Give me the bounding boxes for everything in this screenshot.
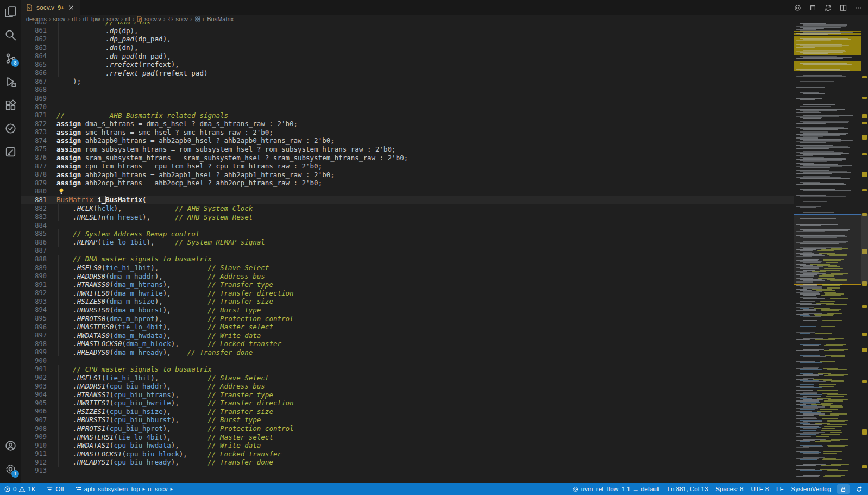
line-number[interactable]: 894 xyxy=(21,306,52,314)
line-number[interactable]: 908 xyxy=(21,425,52,433)
line-number[interactable]: 899 xyxy=(21,348,52,356)
code-line[interactable]: 911 .HMASTLOCKS1(cpu_biu_hlock), // Lock… xyxy=(21,449,794,458)
breadcrumb-item-rtl[interactable]: rtl xyxy=(125,16,130,22)
code-line[interactable]: 908 .HPROTS1(cpu_biu_hprot), // Protecti… xyxy=(21,424,794,433)
breadcrumb-item-socv[interactable]: socv xyxy=(53,16,66,22)
line-number[interactable]: 909 xyxy=(21,433,52,441)
line-number[interactable]: 873 xyxy=(21,128,52,136)
line-number[interactable]: 872 xyxy=(21,120,52,128)
code-line[interactable]: 909 .HMASTERS1(tie_lo_4bit), // Master s… xyxy=(21,433,794,441)
line-number[interactable]: 903 xyxy=(21,383,52,390)
code-line[interactable]: 882 .HCLK(hclk), // AHB System Clock xyxy=(21,204,794,213)
code-line[interactable]: 869 xyxy=(21,94,794,103)
code-line[interactable]: 896 .HMASTERS0(tie_lo_4bit), // Master s… xyxy=(21,323,794,331)
line-number[interactable]: 911 xyxy=(21,450,52,458)
line-number[interactable]: 866 xyxy=(21,69,52,77)
activity-item-search[interactable] xyxy=(0,23,21,47)
code-line[interactable]: 875assign rom_subsystem_htrans = rom_sub… xyxy=(21,145,794,154)
code-line[interactable]: 894 .HBURSTS0(dma_m_hburst), // Burst ty… xyxy=(21,306,794,315)
code-line[interactable]: 895 .HPROTS0(dma_m_hprot), // Protection… xyxy=(21,314,794,323)
code-line[interactable]: 862 .dp_pad(dp_pad), xyxy=(21,35,794,43)
code-line[interactable]: 863 .dn(dn), xyxy=(21,43,794,52)
line-number[interactable]: 906 xyxy=(21,408,52,415)
code-line[interactable]: 879assign ahb2ocp_htrans = ahb2ocp_hsel … xyxy=(21,179,794,187)
code-line[interactable]: 899 .HREADYS0(dma_m_hready), // Transfer… xyxy=(21,348,794,357)
line-number[interactable]: 890 xyxy=(21,272,52,280)
encoding-setting[interactable]: UTF-8 xyxy=(747,483,772,495)
code-line[interactable]: 868 xyxy=(21,86,794,95)
line-number[interactable]: 870 xyxy=(21,103,52,111)
activity-item-accounts[interactable] xyxy=(0,434,21,458)
lightbulb-icon[interactable] xyxy=(58,187,65,195)
activity-item-notebook[interactable] xyxy=(0,140,21,164)
line-number[interactable]: 885 xyxy=(21,230,52,237)
customize-layout-icon[interactable] xyxy=(794,4,802,12)
line-number[interactable]: 871 xyxy=(21,111,52,119)
code-line[interactable]: 905 .HWRITES1(cpu_biu_hwrite), // Transf… xyxy=(21,399,794,408)
line-number[interactable]: 901 xyxy=(21,365,52,373)
code-line[interactable]: 872assign dma_s_htrans = dma_s_hsel ? dm… xyxy=(21,120,794,128)
line-number[interactable]: 880 xyxy=(21,187,52,195)
code-line[interactable]: 885 // System Address Remap control xyxy=(21,229,794,238)
breadcrumb-item-i-busmatrix[interactable]: i_BusMatrix xyxy=(194,16,234,22)
activity-item-source-control[interactable]: 8 xyxy=(0,47,21,70)
code-line[interactable]: 871//-----------AHB Busmatrix related si… xyxy=(21,111,794,120)
scrollbar-thumb[interactable] xyxy=(861,214,868,284)
code-line[interactable]: 876assign sram_subsystem_htrans = sram_s… xyxy=(21,153,794,162)
line-number[interactable]: 902 xyxy=(21,374,52,381)
line-number[interactable]: 862 xyxy=(21,35,52,43)
code-line[interactable]: 901 // CPU master signals to busmatrix xyxy=(21,365,794,374)
line-number[interactable]: 876 xyxy=(21,154,52,161)
code-line[interactable]: 891 .HTRANSS0(dma_m_htrans), // Transfer… xyxy=(21,280,794,289)
tab-socv-v[interactable]: V socv.v 9+ xyxy=(21,0,80,15)
code-line[interactable]: 903 .HADDRS1(cpu_biu_haddr), // Address … xyxy=(21,382,794,391)
code-line[interactable]: 886 .REMAP(tie_lo_1bit), // System REMAP… xyxy=(21,238,794,247)
line-number[interactable]: 907 xyxy=(21,416,52,424)
code-editor[interactable]: 860 // USB Pins861 .dp(dp),862 .dp_pad(d… xyxy=(21,22,868,483)
code-line[interactable]: 883 .HRESETn(n_hreset), // AHB System Re… xyxy=(21,212,794,221)
line-number[interactable]: 869 xyxy=(21,95,52,102)
line-number[interactable]: 888 xyxy=(21,255,52,263)
code-line[interactable]: 864 .dn_pad(dn_pad), xyxy=(21,52,794,60)
code-line[interactable]: 907 .HBURSTS1(cpu_biu_hburst), // Burst … xyxy=(21,416,794,424)
code-line[interactable]: 881BusMatrix i_BusMatrix( xyxy=(21,196,794,204)
line-number[interactable]: 864 xyxy=(21,52,52,60)
code-line[interactable]: 860 // USB Pins xyxy=(21,22,794,27)
code-line[interactable]: 884 xyxy=(21,221,794,230)
line-number[interactable]: 897 xyxy=(21,331,52,339)
line-number[interactable]: 861 xyxy=(21,27,52,34)
code-line[interactable]: 878assign ahb2apb1_htrans = ahb2apb1_hse… xyxy=(21,170,794,179)
code-line[interactable]: 887 xyxy=(21,247,794,255)
problems-indicator[interactable]: 0 1K xyxy=(0,483,39,495)
line-number[interactable]: 895 xyxy=(21,315,52,322)
line-number[interactable]: 882 xyxy=(21,205,52,212)
tabs-lock-button[interactable] xyxy=(837,484,850,494)
cursor-position[interactable]: Ln 881, Col 13 xyxy=(664,483,712,495)
code-line[interactable]: 865 .rrefext(rrefext), xyxy=(21,60,794,69)
line-number[interactable]: 891 xyxy=(21,281,52,289)
code-line[interactable]: 880 xyxy=(21,187,794,196)
notifications-bell[interactable] xyxy=(852,483,868,495)
line-number[interactable]: 893 xyxy=(21,298,52,305)
code-line[interactable]: 874assign ahb2apb0_htrans = ahb2apb0_hse… xyxy=(21,136,794,145)
code-line[interactable]: 861 .dp(dp), xyxy=(21,27,794,35)
indentation-setting[interactable]: Spaces: 8 xyxy=(712,483,747,495)
code-line[interactable]: 889 .HSELS0(tie_hi_1bit), // Slave Selec… xyxy=(21,264,794,272)
line-number[interactable]: 898 xyxy=(21,340,52,348)
overview-ruler[interactable] xyxy=(861,22,868,483)
breadcrumb-item-socv[interactable]: {}socv xyxy=(167,16,188,22)
line-number[interactable]: 863 xyxy=(21,44,52,52)
code-line[interactable]: 877assign cpu_tcm_htrans = cpu_tcm_hsel … xyxy=(21,162,794,171)
line-number[interactable]: 910 xyxy=(21,442,52,449)
line-number[interactable]: 874 xyxy=(21,137,52,145)
code-line[interactable]: 912 .HREADYS1(cpu_biu_hready), // Transf… xyxy=(21,458,794,467)
code-line[interactable]: 893 .HSIZES0(dma_m_hsize), // Transfer s… xyxy=(21,297,794,306)
activity-item-extensions[interactable] xyxy=(0,93,21,117)
code-line[interactable]: 890 .HADDRS0(dma_m_haddr), // Address bu… xyxy=(21,272,794,280)
split-editor-icon[interactable] xyxy=(839,4,847,12)
line-number[interactable]: 912 xyxy=(21,459,52,466)
activity-item-settings[interactable]: 1 xyxy=(0,458,21,481)
activity-item-run-debug[interactable] xyxy=(0,70,21,93)
line-number[interactable]: 881 xyxy=(21,196,52,204)
code-line[interactable]: 867 ); xyxy=(21,77,794,86)
